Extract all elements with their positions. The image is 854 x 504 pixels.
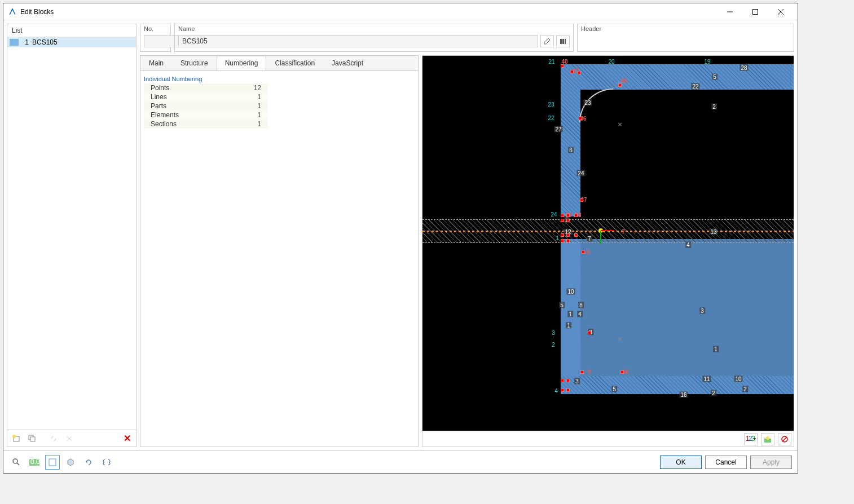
- node-label: 20: [608, 59, 614, 65]
- axis-x-icon: [601, 230, 614, 231]
- point-marker: [620, 370, 624, 374]
- name-input[interactable]: [178, 35, 538, 47]
- minimize-button[interactable]: [717, 4, 742, 20]
- numbering-row[interactable]: Elements1: [144, 110, 268, 120]
- point-marker: [561, 239, 564, 242]
- point-label: 9: [588, 369, 591, 375]
- element-label: 11: [702, 376, 711, 382]
- header-field-group: Header: [577, 24, 794, 52]
- element-label: 8: [578, 302, 584, 308]
- numbering-row-value: 1: [239, 111, 261, 119]
- point-marker: [566, 233, 570, 237]
- node-label: 19: [704, 59, 710, 65]
- svg-rect-1: [752, 9, 758, 14]
- point-label: 8: [587, 249, 590, 255]
- no-field-group: No.: [140, 24, 171, 52]
- numbering-row[interactable]: Lines1: [144, 92, 268, 101]
- point-marker: [561, 388, 564, 392]
- element-label: 22: [691, 83, 699, 90]
- numbering-row-label: Sections: [151, 120, 239, 128]
- element-label: 1: [567, 311, 573, 317]
- element-label: 2: [711, 390, 716, 396]
- search-button[interactable]: [9, 455, 24, 470]
- point-marker: [566, 214, 570, 217]
- list-body[interactable]: 1 BCS105: [7, 37, 136, 430]
- center-panel: No. Name Header Ma: [140, 24, 794, 447]
- tab-main[interactable]: Main: [140, 56, 172, 70]
- view-settings-button[interactable]: [761, 433, 774, 445]
- element-label: 1: [566, 322, 571, 329]
- tab-structure[interactable]: Structure: [172, 56, 217, 70]
- svg-text:0.00: 0.00: [30, 458, 40, 466]
- reset-view-button[interactable]: [778, 433, 791, 445]
- name-field-group: Name: [174, 24, 574, 52]
- tab-numbering-body: Individual Numbering Points12Lines1Parts…: [140, 70, 418, 446]
- svg-point-15: [766, 436, 769, 440]
- refresh-button[interactable]: [81, 455, 96, 470]
- viewport-panel: × × 212019232224132440273536373938891072…: [422, 55, 794, 447]
- viewport[interactable]: × × 212019232224132440273536373938891072…: [422, 56, 794, 431]
- no-label: No.: [140, 24, 170, 33]
- close-button[interactable]: [768, 4, 793, 20]
- delete-icon: ✕: [124, 433, 131, 444]
- element-label: 10: [734, 376, 742, 382]
- svg-rect-22: [49, 459, 56, 466]
- point-marker: [566, 239, 570, 242]
- ok-button[interactable]: OK: [660, 456, 702, 469]
- tab-classification[interactable]: Classification: [266, 56, 323, 70]
- cancel-button[interactable]: Cancel: [705, 456, 747, 469]
- numbering-row[interactable]: Sections1: [144, 120, 268, 129]
- svg-rect-9: [562, 39, 564, 44]
- tab-numbering[interactable]: Numbering: [217, 56, 267, 71]
- numbering-row[interactable]: Points12: [144, 83, 268, 92]
- numbering-table: Points12Lines1Parts1Elements1Sections1: [144, 83, 268, 129]
- element-label: 10: [566, 289, 575, 295]
- app-icon: [8, 7, 17, 16]
- element-label: 3: [574, 378, 580, 384]
- script-button[interactable]: [99, 455, 114, 470]
- point-marker: [588, 331, 591, 334]
- element-label: 3: [699, 308, 705, 314]
- edit-name-button[interactable]: [540, 35, 554, 47]
- element-label: 4: [685, 242, 691, 248]
- element-label: 23: [583, 100, 592, 106]
- element-label: 27: [554, 126, 562, 132]
- list-item[interactable]: 1 BCS105: [7, 37, 136, 47]
- precision-button[interactable]: 0.00: [27, 455, 42, 470]
- bottom-bar: 0.00 OK Cancel Apply: [3, 450, 798, 473]
- element-label: 4: [577, 311, 583, 317]
- element-label: 16: [679, 392, 688, 398]
- point-marker: [561, 219, 564, 222]
- name-label: Name: [175, 24, 573, 33]
- point-marker: [566, 379, 570, 382]
- numbering-row-label: Elements: [151, 111, 239, 119]
- point-marker: [570, 70, 574, 73]
- svg-rect-7: [30, 437, 35, 441]
- numbering-row[interactable]: Parts1: [144, 101, 268, 110]
- tab-javascript[interactable]: JavaScript: [323, 56, 372, 70]
- axis-y-icon: [600, 231, 601, 244]
- maximize-button[interactable]: [742, 4, 768, 20]
- node-label: 1: [556, 235, 559, 241]
- list-panel: List 1 BCS105 ✕: [7, 24, 137, 447]
- numbering-row-value: 1: [239, 102, 261, 110]
- point-marker: [561, 379, 564, 382]
- node-label: 23: [548, 101, 554, 108]
- element-label: 5: [559, 302, 565, 308]
- link-button: [47, 432, 60, 445]
- library-button[interactable]: [556, 35, 570, 47]
- new-button[interactable]: [10, 432, 23, 445]
- view-3d-button[interactable]: [63, 455, 78, 470]
- element-label: 5: [611, 386, 617, 392]
- delete-button[interactable]: ✕: [120, 432, 134, 445]
- view-2d-button[interactable]: [45, 455, 60, 470]
- node-label: 21: [548, 59, 554, 65]
- point-marker: [566, 388, 570, 392]
- units-dropdown[interactable]: 123: [744, 433, 758, 445]
- apply-button[interactable]: Apply: [750, 456, 792, 469]
- svg-rect-10: [565, 39, 566, 44]
- numbering-row-label: Points: [151, 84, 239, 92]
- node-label: 2: [552, 342, 555, 348]
- element-label: 24: [576, 170, 585, 176]
- copy-button[interactable]: [25, 432, 39, 445]
